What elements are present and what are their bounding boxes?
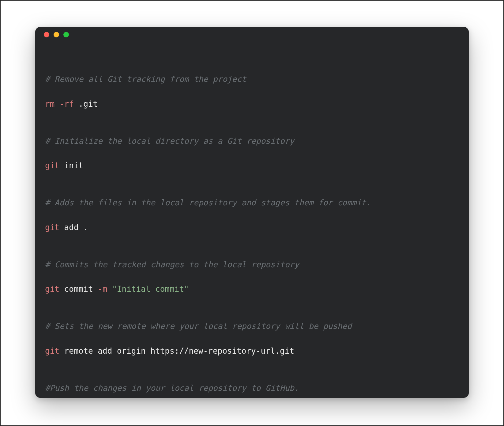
- minimize-icon[interactable]: [54, 32, 59, 37]
- code-text: .git: [74, 99, 98, 108]
- comment-line: # Adds the files in the local repository…: [45, 198, 371, 207]
- code-cmd: git: [45, 223, 59, 232]
- code-flag: -m: [98, 284, 112, 294]
- code-text: commit: [59, 284, 98, 294]
- code-cmd: rm: [45, 99, 55, 108]
- code-cmd: git: [45, 346, 59, 356]
- code-cmd: git: [45, 161, 59, 170]
- comment-line: # Commits the tracked changes to the loc…: [45, 260, 299, 269]
- code-string: "Initial commit": [112, 284, 189, 294]
- code-text: init: [59, 161, 83, 170]
- code-text: remote add origin https://new-repository…: [59, 346, 294, 356]
- comment-line: #Push the changes in your local reposito…: [45, 383, 299, 393]
- terminal-window: # Remove all Git tracking from the proje…: [35, 27, 469, 398]
- maximize-icon[interactable]: [63, 32, 69, 37]
- code-cmd: git: [45, 284, 59, 294]
- code-flag: -rf: [55, 99, 74, 108]
- code-text: add .: [59, 223, 88, 232]
- comment-line: # Initialize the local directory as a Gi…: [45, 136, 294, 146]
- code-block: # Remove all Git tracking from the proje…: [35, 42, 469, 398]
- window-titlebar: [35, 27, 469, 42]
- comment-line: # Sets the new remote where your local r…: [45, 321, 352, 331]
- close-icon[interactable]: [44, 32, 49, 37]
- comment-line: # Remove all Git tracking from the proje…: [45, 74, 246, 84]
